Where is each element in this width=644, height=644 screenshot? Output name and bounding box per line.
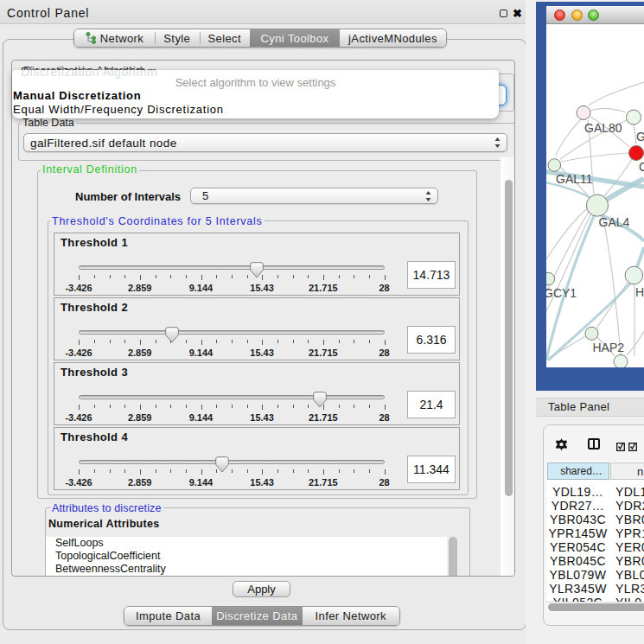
- svg-text:H: H: [635, 285, 644, 299]
- svg-text:GAL80: GAL80: [584, 121, 622, 135]
- svg-text:G: G: [636, 130, 644, 143]
- svg-text:GCY1: GCY1: [546, 286, 577, 300]
- svg-text:C: C: [639, 160, 644, 174]
- svg-text:HAP2: HAP2: [593, 341, 625, 354]
- svg-text:GAL11: GAL11: [556, 172, 593, 186]
- svg-text:GAL4: GAL4: [599, 215, 630, 229]
